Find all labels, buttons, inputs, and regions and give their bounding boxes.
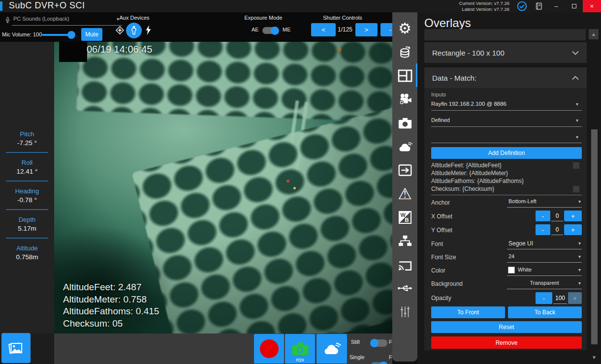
exposure-me-label: ME <box>283 27 291 32</box>
shutter-prev-button[interactable]: < <box>311 23 336 36</box>
telemetry-heading: Heading -0.78 ° <box>0 187 54 204</box>
shutter-next-button[interactable]: > <box>355 23 378 36</box>
still-capture-button[interactable]: RDI <box>285 334 315 364</box>
background-select[interactable]: Transparent ▾ <box>507 278 582 289</box>
definition-row[interactable]: Checksum: {Checksum} <box>431 185 524 193</box>
maximize-button[interactable] <box>565 0 583 12</box>
y-offset-minus-button[interactable]: - <box>536 224 550 235</box>
background-dropdown-icon: ▾ <box>578 280 581 286</box>
x-offset-minus-button[interactable]: - <box>536 211 550 221</box>
cloud-upload-button[interactable] <box>316 334 347 364</box>
remove-button[interactable]: Remove <box>431 336 582 349</box>
rectangle-overlay-expander[interactable]: Rectangle - 100 x 100 <box>424 42 587 63</box>
video-camera-settings-icon[interactable] <box>392 88 417 111</box>
definition-row[interactable]: AltitudeFeet: {AltitudeFeet} <box>431 161 524 169</box>
add-definition-button[interactable]: Add Definition <box>431 147 582 159</box>
video-feed: 06/19 14:06:45 AltitudeFeet: 2.487 Altit… <box>54 42 392 334</box>
aux-devices-label: Aux Devices <box>111 15 158 21</box>
y-offset-plus-button[interactable]: + <box>564 224 582 235</box>
still-toggle-knob <box>370 339 379 347</box>
heading-value: -0.78 ° <box>0 196 54 204</box>
color-select[interactable]: White ▾ <box>507 265 582 276</box>
overlay-line-altitudefeet: AltitudeFeet: 2.487 <box>63 281 159 294</box>
lamp-icon <box>129 26 138 35</box>
media-gallery-button[interactable] <box>1 333 31 363</box>
background-label: Background <box>431 280 463 287</box>
opacity-value[interactable]: 100 <box>553 292 567 304</box>
x-offset-value[interactable]: 0 <box>551 211 563 221</box>
anchor-select[interactable]: Bottom-Left ▾ <box>507 197 582 208</box>
close-button[interactable]: × <box>583 0 601 12</box>
opacity-plus-button-disabled[interactable]: + <box>568 292 582 304</box>
still-camera-icon[interactable] <box>392 111 417 135</box>
definition-row[interactable]: AltitudeFathoms: {AltitudeFathoms} <box>431 177 524 185</box>
roll-value: 12.41 ° <box>0 168 54 175</box>
data-match-expander[interactable]: Data - Match: <box>424 67 587 88</box>
definition-row[interactable]: AltitudeMeter: {AltitudeMeter} <box>431 169 524 177</box>
remove-label: Remove <box>496 339 518 346</box>
single-mode-toggle[interactable] <box>371 362 387 364</box>
overlay-line-altitudefathoms: AltitudeFathoms: 0.415 <box>63 305 159 318</box>
to-back-button[interactable]: To Back <box>508 306 582 318</box>
exposure-mode-toggle[interactable] <box>262 27 279 34</box>
usb-icon[interactable] <box>392 276 417 300</box>
font-size-select[interactable]: 24 ▾ <box>507 252 582 263</box>
shutter-extra-icon: - <box>389 26 391 33</box>
section-divider <box>431 195 582 195</box>
cloud-stream-icon[interactable] <box>392 135 417 158</box>
font-select[interactable]: Segoe UI ▾ <box>507 239 582 249</box>
shutter-extra-button[interactable]: - <box>380 23 392 36</box>
input-source-select[interactable]: Rayfin 192.168.2.100 @ 8886 <box>431 101 506 107</box>
white-balance-icon[interactable]: WB <box>392 206 417 229</box>
reset-button[interactable]: Reset <box>431 321 582 333</box>
export-icon[interactable] <box>392 158 417 182</box>
definition-dropdown-icon[interactable]: ▾ <box>576 134 578 140</box>
minimize-button[interactable]: – <box>547 0 565 12</box>
input-mode-dropdown-icon[interactable]: ▾ <box>576 118 578 123</box>
font-dropdown-icon: ▾ <box>578 241 581 246</box>
warning-icon[interactable]: ⚠ <box>392 182 417 206</box>
mic-volume-label: Mic Volume: 100 <box>2 31 42 37</box>
strobe-aux-icon[interactable] <box>144 24 153 38</box>
mute-button[interactable]: Mute <box>81 28 102 41</box>
single-toggle-knob <box>380 362 388 364</box>
definition-checkbox[interactable] <box>573 186 579 192</box>
overlays-layout-icon[interactable] <box>392 64 417 88</box>
light-aux-button[interactable] <box>126 23 142 38</box>
input-source-dropdown-icon[interactable]: ▾ <box>576 101 578 107</box>
maximize-icon <box>572 4 576 8</box>
adjustments-sliders-icon[interactable] <box>392 300 417 324</box>
laser-aux-icon[interactable] <box>114 25 126 38</box>
manual-book-icon[interactable] <box>535 1 543 13</box>
single-mode-cut-label: F <box>389 354 392 360</box>
exposure-toggle-knob <box>271 27 279 35</box>
record-button[interactable] <box>254 334 284 364</box>
audio-device-select[interactable]: PC Sounds (Loopback) <box>13 16 69 22</box>
to-front-button[interactable]: To Front <box>431 306 505 318</box>
x-offset-plus-button[interactable]: + <box>564 211 582 221</box>
mic-volume-slider-thumb[interactable] <box>67 31 75 39</box>
storage-database-icon[interactable] <box>392 40 417 64</box>
input-mode-select[interactable]: Defined <box>431 117 450 123</box>
y-offset-value[interactable]: 0 <box>551 224 563 235</box>
cast-icon[interactable] <box>392 253 417 276</box>
minimize-icon: – <box>554 2 558 10</box>
panel-scrollbar-thumb[interactable] <box>591 129 598 344</box>
telemetry-depth: Depth 5.17m <box>0 216 54 232</box>
anchor-value: Bottom-Left <box>508 198 537 204</box>
to-front-label: To Front <box>457 309 479 316</box>
definition-checkbox[interactable] <box>573 162 579 169</box>
mute-button-label: Mute <box>85 31 98 38</box>
altitude-value: 0.758m <box>0 253 54 261</box>
network-icon[interactable] <box>392 229 417 253</box>
scrolled-expander-partial[interactable] <box>424 29 586 40</box>
scroll-up-button[interactable]: ▲ <box>589 29 599 39</box>
video-timestamp-overlay: 06/19 14:06:45 <box>87 44 152 55</box>
font-size-value: 24 <box>508 253 514 259</box>
settings-gear-icon[interactable]: ⚙ <box>392 17 417 40</box>
still-mode-toggle[interactable] <box>371 339 387 347</box>
opacity-minus-button[interactable]: - <box>536 292 552 304</box>
mic-volume-slider-track[interactable] <box>42 34 71 36</box>
scroll-down-button[interactable]: ▼ <box>589 352 599 363</box>
current-version: Current Version: v7.7.26 <box>459 0 509 6</box>
